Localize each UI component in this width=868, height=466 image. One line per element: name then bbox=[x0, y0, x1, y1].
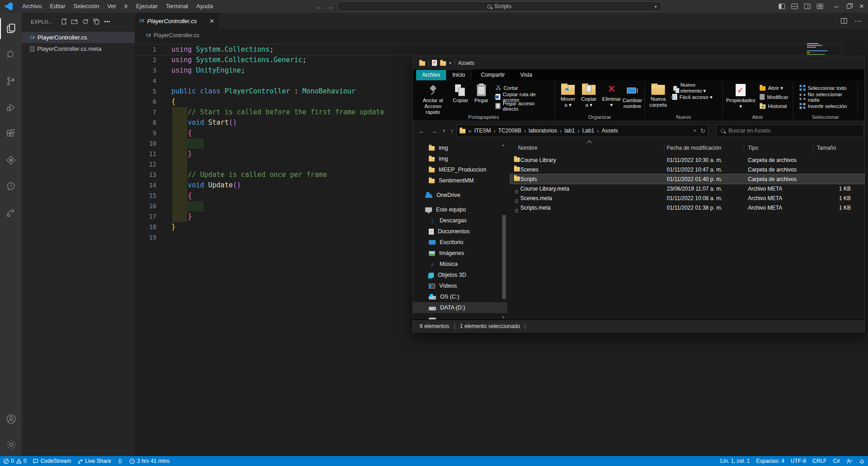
tab-close-icon[interactable]: ✕ bbox=[209, 18, 214, 25]
refresh-icon[interactable] bbox=[82, 18, 89, 26]
ribbon-button-cortar[interactable]: Cortar bbox=[495, 84, 550, 92]
ribbon-button-eliminar-[interactable]: ×Eliminar▾ bbox=[601, 83, 622, 113]
column-header-date[interactable]: Fecha de modificación bbox=[667, 145, 721, 151]
search-box[interactable]: Buscar en Assets bbox=[716, 124, 864, 137]
nav-scrollbar[interactable]: ▴ ▾ bbox=[501, 142, 507, 319]
breadcrumb-item[interactable]: PlayerController.cs bbox=[154, 32, 199, 39]
nav-item-img[interactable]: img bbox=[413, 153, 507, 164]
breadcrumb-segment-tc2008b[interactable]: TC2008B bbox=[498, 128, 521, 134]
ribbon-button-abrir-[interactable]: Abrir ▾ bbox=[760, 84, 788, 92]
nav-item-este-equipo[interactable]: Este equipo bbox=[413, 204, 507, 215]
breadcrumb-segment-lab1[interactable]: Lab1 bbox=[582, 128, 594, 134]
properties-check-icon[interactable]: ✓ bbox=[432, 60, 437, 66]
column-header-type[interactable]: Tipo bbox=[748, 145, 758, 151]
new-file-icon[interactable] bbox=[60, 18, 67, 26]
ribbon-button-seleccionar-todo[interactable]: Seleccionar todo bbox=[800, 84, 853, 92]
file-row-scenes-meta[interactable]: Scenes.meta01/11/2022 10:08 a. m.Archivo… bbox=[510, 193, 864, 203]
file-row-scripts-meta[interactable]: Scripts.meta01/11/2022 01:38 p. m.Archiv… bbox=[510, 203, 864, 212]
ribbon-button-copiar-ruta-de-acceso[interactable]: Copiar ruta de acceso bbox=[495, 93, 550, 101]
sidebar-item-playercontroller-cs[interactable]: C#PlayerController.cs bbox=[22, 32, 135, 43]
menu-ir[interactable]: Ir bbox=[120, 0, 132, 13]
nav-item-sentimentmm[interactable]: SentimentMM bbox=[413, 175, 507, 186]
menu-terminal[interactable]: Terminal bbox=[162, 0, 192, 13]
layout-customize-icon[interactable] bbox=[814, 0, 826, 13]
nav-item-música[interactable]: ♪Música bbox=[413, 259, 507, 270]
nav-item-img[interactable]: img bbox=[413, 142, 507, 153]
restore-button[interactable] bbox=[843, 0, 855, 13]
editor-more-actions-icon[interactable]: ⋯ bbox=[854, 17, 862, 25]
ribbon-button-nueva-carpeta[interactable]: Nuevacarpeta bbox=[648, 83, 669, 113]
activity-extensions-icon[interactable] bbox=[0, 123, 22, 144]
nav-item-os-c-[interactable]: OS (C:) bbox=[413, 291, 507, 302]
menu-ayuda[interactable]: Ayuda bbox=[192, 0, 217, 13]
code-line-1[interactable]: 1using System.Collections; bbox=[135, 44, 842, 55]
recent-locations-icon[interactable]: ▾ bbox=[440, 128, 448, 133]
live-share-status[interactable]: Live Share bbox=[74, 456, 114, 466]
scroll-down-icon[interactable]: ▾ bbox=[502, 315, 504, 319]
nav-item-meep-produccion[interactable]: MEEP_Produccion bbox=[413, 164, 507, 175]
layout-panel-icon[interactable] bbox=[788, 0, 801, 13]
eol-setting[interactable]: CRLF bbox=[809, 456, 829, 466]
ribbon-tab-vista[interactable]: Vista bbox=[514, 70, 538, 80]
more-icon[interactable] bbox=[104, 18, 111, 26]
menu-archivo[interactable]: Archivo bbox=[18, 0, 46, 13]
nav-item-data-d-[interactable]: DATA (D:) bbox=[413, 302, 507, 313]
nav-item-onedrive[interactable]: OneDrive bbox=[413, 190, 507, 201]
ribbon-button-historial[interactable]: Historial bbox=[760, 102, 788, 110]
file-row-course-library[interactable]: Course Library01/11/2022 10:30 a. m.Carp… bbox=[510, 155, 864, 165]
indentation-setting[interactable]: Espacios: 4 bbox=[753, 456, 787, 466]
time-tracker-status[interactable]: 3 hrs 41 mins bbox=[126, 456, 173, 466]
activity-diamond-icon[interactable] bbox=[0, 150, 22, 171]
ribbon-tab-inicio[interactable]: Inicio bbox=[446, 69, 471, 80]
collapse-all-icon[interactable] bbox=[93, 18, 100, 26]
back-icon[interactable]: ← bbox=[416, 127, 428, 135]
ribbon-button-copiar[interactable]: Copiar bbox=[450, 83, 471, 113]
command-center-search[interactable]: Scripts ▾ bbox=[337, 1, 662, 11]
nav-item-documentos[interactable]: Documentos bbox=[413, 226, 507, 237]
column-divider[interactable] bbox=[813, 143, 814, 153]
breadcrumb-segment-assets[interactable]: Assets bbox=[601, 128, 618, 134]
chevron-down-icon[interactable]: ▾ bbox=[655, 4, 657, 9]
flame-status-icon[interactable] bbox=[114, 456, 126, 466]
breadcrumb-segment-lab1[interactable]: lab1 bbox=[564, 128, 575, 134]
sidebar-item-playercontroller-cs-meta[interactable]: PlayerController.cs.meta bbox=[22, 43, 135, 54]
activity-explorer-icon[interactable] bbox=[0, 18, 22, 39]
feedback-icon[interactable] bbox=[843, 456, 856, 466]
ribbon-button-modificar[interactable]: Modificar bbox=[760, 93, 788, 101]
ribbon-button-nuevo-elemento-[interactable]: Nuevo elemento ▾ bbox=[672, 84, 718, 92]
crumb-separator-icon[interactable]: › bbox=[560, 128, 562, 134]
history-forward-icon[interactable]: → bbox=[327, 3, 334, 10]
crumb-separator-icon[interactable]: › bbox=[524, 128, 526, 134]
address-dropdown-icon[interactable]: ▾ bbox=[694, 128, 696, 133]
ribbon-button-fácil-acceso-[interactable]: ≡Fácil acceso ▾ bbox=[672, 93, 718, 101]
scroll-up-icon[interactable]: ▴ bbox=[502, 142, 504, 147]
codestream-status[interactable]: CodeStream bbox=[29, 456, 74, 466]
column-divider[interactable] bbox=[664, 143, 664, 153]
language-mode[interactable]: C# bbox=[830, 456, 843, 466]
tab-playercontroller[interactable]: C# PlayerController.cs ✕ bbox=[135, 13, 219, 29]
problems-indicator[interactable]: 0 0 bbox=[0, 456, 29, 466]
crumb-separator-icon[interactable]: › bbox=[597, 128, 599, 134]
ribbon-button-anclar-al-acceso-rápido[interactable]: Anclar alAcceso rápido bbox=[416, 83, 450, 113]
ribbon-tab-compartir[interactable]: Compartir bbox=[475, 70, 511, 80]
ribbon-button-mover-a-[interactable]: ◄Movera ▾ bbox=[558, 83, 578, 113]
ribbon-tab-archivo[interactable]: Archivo bbox=[416, 70, 446, 80]
nav-item-escritorio[interactable]: Escritorio bbox=[413, 237, 507, 248]
file-row-course-library-meta[interactable]: Course Library.meta23/06/2019 11:07 a. m… bbox=[510, 184, 864, 193]
menu-editar[interactable]: Editar bbox=[46, 0, 69, 13]
encoding-setting[interactable]: UTF-8 bbox=[787, 456, 809, 466]
file-row-scripts[interactable]: Scripts01/11/2022 01:40 p. m.Carpeta de … bbox=[510, 174, 864, 184]
ribbon-button-no-seleccionar-nada[interactable]: No seleccionar nada bbox=[800, 93, 853, 101]
menu-selección[interactable]: Selección bbox=[69, 0, 103, 13]
breadcrumb[interactable]: C# PlayerController.cs bbox=[135, 29, 868, 42]
activity-settings-icon[interactable] bbox=[0, 434, 22, 455]
ribbon-button-copiar-a-[interactable]: Copiara ▾ bbox=[578, 83, 599, 113]
activity-search-icon[interactable] bbox=[0, 44, 22, 65]
layout-sidebar-left-icon[interactable] bbox=[776, 0, 788, 13]
column-header-size[interactable]: Tamaño bbox=[817, 145, 836, 151]
nav-item-descargas[interactable]: ↓Descargas bbox=[413, 215, 507, 226]
address-bar[interactable]: « ITESM›TC2008B›laboratorios›lab1›Lab1›A… bbox=[456, 124, 708, 137]
history-back-icon[interactable]: ← bbox=[316, 3, 323, 10]
ribbon-button-propiedades-[interactable]: Propiedades▾ bbox=[725, 83, 756, 113]
crumb-overflow[interactable]: « bbox=[468, 128, 471, 134]
